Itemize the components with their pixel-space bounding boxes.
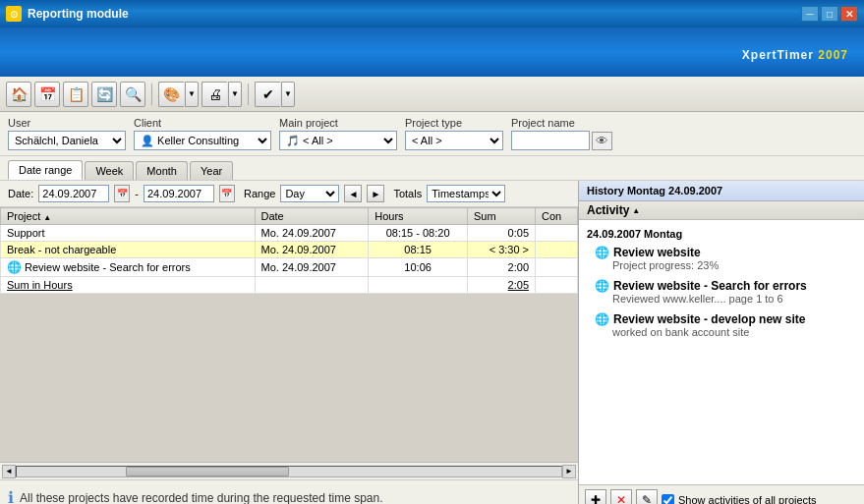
- project-name-label: Project name: [511, 117, 612, 129]
- cell-hours: 08:15: [369, 242, 468, 258]
- prev-button[interactable]: ◄: [344, 185, 362, 202]
- date-to-picker[interactable]: 📅: [219, 185, 235, 202]
- table-row: 🌐 Review website - Search for errors Mo.…: [1, 258, 578, 277]
- history-col-header: Activity ▲: [579, 201, 864, 220]
- main-project-select[interactable]: 🎵 < All >: [279, 131, 397, 150]
- print-dropdown[interactable]: 🖨 ▼: [202, 82, 242, 107]
- print-button[interactable]: 🖨: [202, 82, 227, 107]
- color-dropdown[interactable]: 🎨 ▼: [158, 82, 199, 107]
- project-type-filter: Project type < All >: [405, 117, 503, 150]
- table-row-sum: Sum in Hours 2:05: [1, 277, 578, 294]
- toolbar-separator: [151, 84, 152, 105]
- client-select[interactable]: 👤 Keller Consulting: [134, 131, 271, 150]
- history-header: History Montag 24.09.2007: [579, 181, 864, 201]
- check-button[interactable]: ✔: [255, 82, 280, 107]
- cell-con: [536, 225, 578, 242]
- col-project[interactable]: Project ▲: [1, 208, 256, 225]
- main-area: Date range Week Month Year Date: 📅 - 📅 R…: [0, 156, 864, 504]
- project-name-filter: Project name 👁: [511, 117, 612, 150]
- cell-project: Break - not chargeable: [1, 242, 256, 258]
- toolbar-separator2: [248, 84, 249, 105]
- history-item-title-3[interactable]: 🌐 Review website - develop new site: [595, 312, 856, 326]
- check-dropdown-arrow[interactable]: ▼: [281, 82, 295, 107]
- left-pane: Date: 📅 - 📅 Range Day Week Month Year ◄ …: [0, 181, 579, 504]
- scroll-left-button[interactable]: ◄: [2, 465, 16, 478]
- info-bar: ℹ All these projects have recorded time …: [0, 479, 578, 504]
- scrollbar-thumb[interactable]: [126, 467, 289, 476]
- brand-name: XpertTimer 2007: [742, 39, 848, 65]
- cell-date: Mo. 24.09.2007: [255, 225, 369, 242]
- tabs-bar: Date range Week Month Year: [0, 156, 864, 181]
- activity-col-label: Activity: [587, 203, 629, 217]
- horizontal-scrollbar[interactable]: ◄ ►: [0, 462, 578, 479]
- cell-hours-sum: [369, 277, 468, 294]
- minimize-button[interactable]: ─: [801, 6, 819, 22]
- print-dropdown-arrow[interactable]: ▼: [228, 82, 242, 107]
- date-to-input[interactable]: [144, 185, 214, 202]
- cell-hours: 08:15 - 08:20: [369, 225, 468, 242]
- close-button[interactable]: ✕: [840, 6, 858, 22]
- range-label: Range: [244, 188, 275, 199]
- project-name-input[interactable]: [511, 131, 590, 150]
- client-label: Client: [134, 117, 271, 129]
- filter-bar: User Schälchl, Daniela Client 👤 Keller C…: [0, 112, 864, 156]
- date-label: Date:: [8, 188, 33, 199]
- cell-sum: 0:05: [467, 225, 535, 242]
- eye-icon[interactable]: 👁: [592, 132, 612, 150]
- cell-project: 🌐 Review website - Search for errors: [1, 258, 256, 277]
- date-controls: Date: 📅 - 📅 Range Day Week Month Year ◄ …: [0, 181, 578, 207]
- content-area: Date: 📅 - 📅 Range Day Week Month Year ◄ …: [0, 181, 864, 504]
- cell-date: Mo. 24.09.2007: [255, 258, 369, 277]
- history-item: 🌐 Review website Project progress: 23%: [579, 244, 864, 273]
- cell-project-sum: Sum in Hours: [1, 277, 256, 294]
- refresh-button[interactable]: 🔄: [91, 82, 117, 107]
- history-item-icon-3: 🌐: [595, 312, 609, 326]
- history-add-button[interactable]: ✚: [585, 489, 606, 504]
- history-delete-button[interactable]: ✕: [610, 489, 632, 504]
- date-separator: -: [135, 188, 139, 199]
- show-all-checkbox[interactable]: [662, 494, 674, 505]
- cell-date: Mo. 24.09.2007: [255, 242, 369, 258]
- date-from-input[interactable]: [38, 185, 109, 202]
- col-date[interactable]: Date: [255, 208, 369, 225]
- color-dropdown-arrow[interactable]: ▼: [185, 82, 199, 107]
- cell-date-sum: [255, 277, 369, 294]
- calendar-button[interactable]: 📅: [34, 82, 60, 107]
- tab-date-range[interactable]: Date range: [8, 160, 83, 180]
- check-dropdown[interactable]: ✔ ▼: [255, 82, 295, 107]
- tab-month[interactable]: Month: [136, 161, 188, 180]
- col-sum[interactable]: Sum: [467, 208, 535, 225]
- range-select[interactable]: Day Week Month Year: [280, 185, 339, 202]
- col-hours[interactable]: Hours: [369, 208, 468, 225]
- user-select[interactable]: Schälchl, Daniela: [8, 131, 126, 150]
- cell-project: Support: [1, 225, 256, 242]
- sort-arrow-project: ▲: [43, 213, 51, 222]
- scroll-right-button[interactable]: ►: [562, 465, 576, 478]
- home-button[interactable]: 🏠: [6, 82, 31, 107]
- data-table-wrap: Project ▲ Date Hours Sum Con Support Mo.…: [0, 207, 578, 462]
- scrollbar-track[interactable]: [16, 466, 562, 477]
- cell-con: [536, 258, 578, 277]
- user-label: User: [8, 117, 126, 129]
- row-icon: 🌐: [7, 260, 22, 274]
- table-row: Support Mo. 24.09.2007 08:15 - 08:20 0:0…: [1, 225, 578, 242]
- tab-year[interactable]: Year: [190, 161, 233, 180]
- history-item-title-1[interactable]: 🌐 Review website: [595, 246, 856, 259]
- date-from-picker[interactable]: 📅: [114, 185, 130, 202]
- report-button[interactable]: 📋: [63, 82, 88, 107]
- history-edit-button[interactable]: ✎: [636, 489, 658, 504]
- window-controls[interactable]: ─ □ ✕: [801, 6, 858, 22]
- cell-sum: 2:00: [467, 258, 535, 277]
- totals-select[interactable]: Timestamps Hours Decimal: [427, 185, 505, 202]
- project-type-select[interactable]: < All >: [405, 131, 503, 150]
- maximize-button[interactable]: □: [821, 6, 838, 22]
- color-button[interactable]: 🎨: [158, 82, 184, 107]
- col-con[interactable]: Con: [536, 208, 578, 225]
- info-icon: ℹ: [8, 488, 14, 504]
- tab-week[interactable]: Week: [85, 161, 134, 180]
- history-toolbar: ✚ ✕ ✎ Show activities of all projects: [579, 484, 864, 504]
- history-item-title-2[interactable]: 🌐 Review website - Search for errors: [595, 279, 856, 293]
- search-button[interactable]: 🔍: [120, 82, 145, 107]
- next-button[interactable]: ►: [367, 185, 384, 202]
- window-title: Reporting module: [28, 7, 801, 21]
